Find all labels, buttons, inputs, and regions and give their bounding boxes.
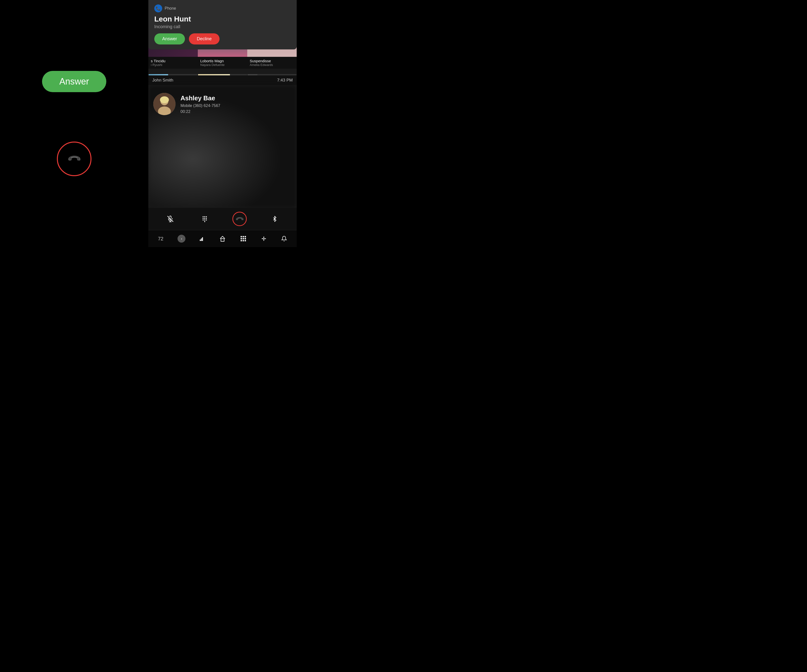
answer-button-large[interactable]: Answer bbox=[42, 71, 106, 92]
svg-rect-19 bbox=[202, 237, 203, 241]
end-call-circle-button[interactable]: 📞 bbox=[57, 142, 91, 176]
bluetooth-button[interactable] bbox=[268, 212, 281, 225]
svg-point-14 bbox=[204, 219, 205, 220]
avatar-placeholder bbox=[153, 93, 176, 115]
notification-caller-name: Leon Hunt bbox=[154, 15, 291, 23]
call-info-row: Ashley Bae Mobile (360) 624-7567 00:22 bbox=[153, 90, 292, 115]
progress-fill-3 bbox=[247, 74, 257, 75]
end-call-phone-icon: 📞 bbox=[235, 214, 244, 223]
notification-buttons: Answer Decline bbox=[154, 33, 291, 45]
media-card-info-1: s Tincidu i Ryushi bbox=[148, 57, 198, 69]
svg-point-8 bbox=[204, 216, 205, 217]
caller-number: Mobile (360) 624-7567 bbox=[181, 104, 220, 108]
temperature-value: 72 bbox=[158, 236, 163, 242]
svg-point-10 bbox=[203, 218, 204, 219]
svg-rect-26 bbox=[244, 238, 246, 239]
progress-bar-3 bbox=[247, 74, 296, 75]
right-panel: 📞 Phone Leon Hunt Incoming call Answer D… bbox=[148, 0, 297, 247]
media-card-title-1: s Tincidu bbox=[151, 59, 195, 63]
svg-rect-21 bbox=[241, 236, 242, 237]
forward-icon[interactable]: › bbox=[178, 235, 186, 243]
progress-bar-2 bbox=[198, 74, 247, 75]
svg-rect-22 bbox=[242, 236, 244, 237]
media-card-artist-3: Amelia Edwards bbox=[250, 63, 294, 67]
progress-strip bbox=[148, 74, 297, 75]
contact-avatar bbox=[153, 93, 176, 115]
nav-signal-icon bbox=[197, 235, 208, 243]
notification-card: 📞 Phone Leon Hunt Incoming call Answer D… bbox=[148, 0, 297, 50]
svg-rect-18 bbox=[201, 238, 202, 241]
svg-rect-23 bbox=[244, 236, 246, 237]
media-card-info-2: Lobortis Magn Nayara Defuente bbox=[198, 57, 247, 69]
svg-point-16 bbox=[204, 221, 205, 222]
nav-forward-button[interactable]: › bbox=[175, 233, 188, 244]
end-call-button[interactable]: 📞 bbox=[232, 212, 247, 226]
notification-header: 📞 Phone bbox=[154, 5, 291, 12]
svg-rect-28 bbox=[242, 240, 244, 241]
progress-bar-1 bbox=[149, 74, 198, 75]
svg-rect-27 bbox=[241, 240, 242, 241]
svg-point-7 bbox=[203, 216, 204, 217]
svg-point-9 bbox=[206, 216, 207, 217]
active-call-card: Ashley Bae Mobile (360) 624-7567 00:22 bbox=[148, 86, 297, 208]
left-panel: Answer 📞 bbox=[0, 0, 148, 247]
phone-icon: 📞 bbox=[156, 6, 161, 11]
media-card-artist-2: Nayara Defuente bbox=[200, 63, 245, 67]
svg-point-11 bbox=[204, 218, 205, 219]
svg-rect-29 bbox=[244, 240, 246, 241]
svg-rect-17 bbox=[200, 240, 201, 241]
message-sender: John Smith bbox=[152, 78, 173, 83]
notification-subtitle: Incoming call bbox=[154, 24, 291, 30]
caller-name: Ashley Bae bbox=[181, 94, 220, 102]
svg-point-12 bbox=[206, 218, 207, 219]
media-card-title-2: Lobortis Magn bbox=[200, 59, 245, 63]
message-row[interactable]: John Smith 7:43 PM bbox=[148, 75, 297, 86]
notification-decline-button[interactable]: Decline bbox=[189, 33, 219, 45]
svg-point-15 bbox=[206, 219, 207, 220]
end-call-icon: 📞 bbox=[66, 151, 82, 167]
message-time: 7:43 PM bbox=[277, 78, 293, 83]
media-card-title-3: Suspendisse bbox=[250, 59, 294, 63]
svg-rect-24 bbox=[241, 238, 242, 239]
nav-bell-button[interactable] bbox=[279, 234, 289, 243]
call-details: Ashley Bae Mobile (360) 624-7567 00:22 bbox=[181, 94, 220, 114]
call-duration: 00:22 bbox=[181, 109, 220, 114]
svg-rect-25 bbox=[242, 238, 244, 239]
media-card-info-3: Suspendisse Amelia Edwards bbox=[247, 57, 297, 69]
mute-button[interactable] bbox=[164, 212, 177, 225]
notification-app-name: Phone bbox=[164, 6, 176, 11]
progress-fill-1 bbox=[149, 74, 168, 75]
nav-fan-button[interactable] bbox=[258, 234, 269, 243]
media-card-artist-1: i Ryushi bbox=[151, 63, 195, 67]
svg-rect-20 bbox=[221, 239, 224, 242]
keypad-button[interactable] bbox=[198, 212, 211, 225]
bottom-nav: 72 › bbox=[148, 230, 297, 247]
progress-fill-2 bbox=[198, 74, 230, 75]
nav-home-button[interactable] bbox=[217, 234, 228, 243]
svg-point-3 bbox=[160, 96, 169, 103]
svg-point-13 bbox=[203, 219, 204, 220]
call-controls: 📞 bbox=[148, 208, 297, 230]
phone-app-icon: 📞 bbox=[154, 5, 162, 12]
nav-apps-button[interactable] bbox=[237, 234, 249, 243]
temperature-display: 72 bbox=[156, 235, 166, 243]
notification-answer-button[interactable]: Answer bbox=[154, 33, 185, 45]
